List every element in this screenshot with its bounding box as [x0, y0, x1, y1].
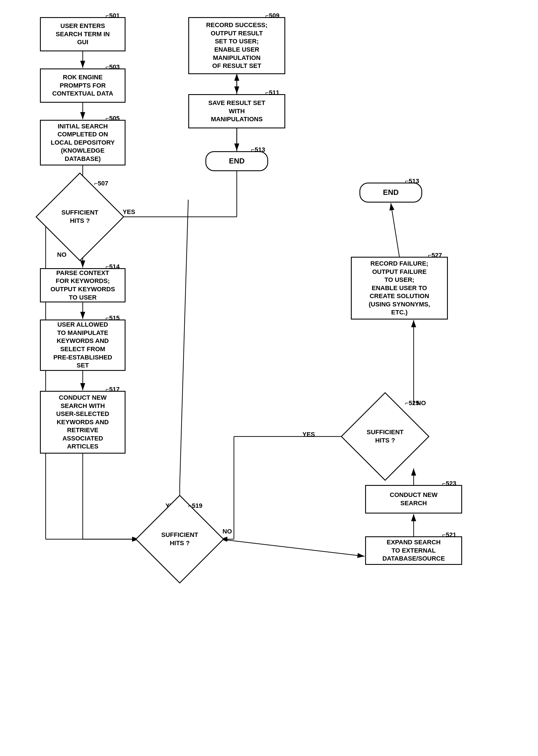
node-521: EXPAND SEARCHTO EXTERNALDATABASE/SOURCE — [365, 536, 462, 565]
no-label-507: NO — [57, 251, 67, 258]
svg-line-24 — [391, 203, 400, 257]
ref-513a: ⌐513 — [251, 146, 265, 153]
ref-517: ⌐517 — [106, 386, 120, 393]
ref-521: ⌐521 — [442, 531, 457, 539]
flowchart-diagram: YES NO YES NO YES NO USER ENTERSSEARCH T… — [0, 0, 538, 756]
ref-519: ⌐519 — [188, 502, 202, 510]
ref-509: ⌐509 — [265, 12, 280, 20]
node-503: ROK ENGINEPROMPTS FORCONTEXTUAL DATA — [40, 69, 126, 103]
ref-527: ⌐527 — [428, 252, 442, 259]
ref-505: ⌐505 — [106, 115, 120, 122]
ref-525: ⌐525 — [405, 400, 419, 407]
no-label-519: NO — [223, 528, 232, 535]
node-517: CONDUCT NEWSEARCH WITHUSER-SELECTEDKEYWO… — [40, 391, 126, 454]
svg-line-16 — [180, 200, 188, 485]
yes-label-525: YES — [302, 431, 315, 438]
yes-label-507: YES — [123, 208, 135, 216]
node-525-wrapper: SUFFICIENTHITS ? — [345, 405, 425, 468]
node-507-wrapper: SUFFICIENTHITS ? — [40, 185, 120, 249]
node-523: CONDUCT NEWSEARCH — [365, 485, 462, 513]
ref-511: ⌐511 — [265, 89, 280, 96]
node-513b: END — [359, 183, 422, 202]
node-519-diamond — [135, 495, 224, 583]
node-513a: END — [205, 151, 268, 171]
ref-514: ⌐514 — [106, 263, 120, 270]
svg-line-17 — [220, 539, 364, 556]
node-527: RECORD FAILURE;OUTPUT FAILURETO USER;ENA… — [351, 257, 448, 319]
node-514: PARSE CONTEXTFOR KEYWORDS;OUTPUT KEYWORD… — [40, 268, 126, 302]
node-519-wrapper: SUFFICIENTHITS ? — [140, 507, 220, 571]
node-505: INITIAL SEARCHCOMPLETED ONLOCAL DEPOSITO… — [40, 120, 126, 165]
ref-503: ⌐503 — [106, 63, 120, 71]
ref-515: ⌐515 — [106, 314, 120, 322]
ref-507: ⌐507 — [94, 180, 108, 187]
node-507-diamond — [35, 172, 124, 261]
node-509: RECORD SUCCESS;OUTPUT RESULTSET TO USER;… — [188, 17, 285, 74]
node-515: USER ALLOWEDTO MANIPULATEKEYWORDS ANDSEL… — [40, 319, 126, 371]
node-501: USER ENTERSSEARCH TERM INGUI — [40, 17, 126, 51]
node-511: SAVE RESULT SETWITHMANIPULATIONS — [188, 94, 285, 129]
ref-501: ⌐501 — [106, 12, 120, 20]
ref-513b: ⌐513 — [405, 178, 419, 185]
ref-523: ⌐523 — [442, 480, 457, 487]
